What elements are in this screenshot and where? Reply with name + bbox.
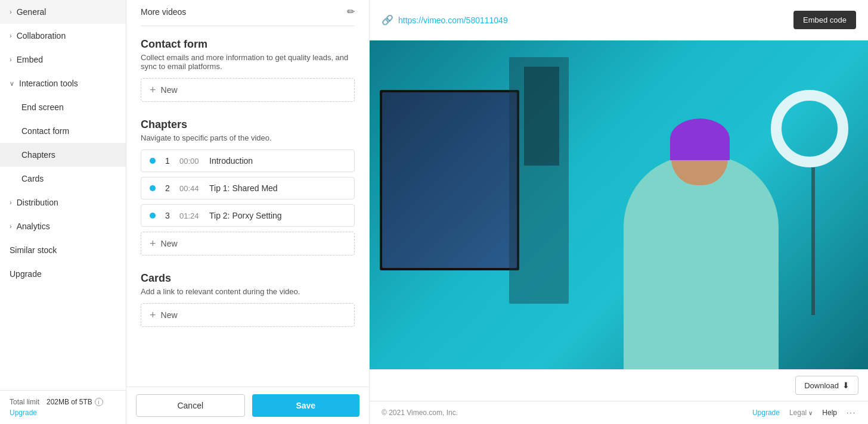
person-shirt (624, 155, 779, 369)
sidebar: › General › Collaboration › Embed ∨ Inte… (0, 0, 126, 424)
monitor-screen (382, 92, 517, 269)
info-icon[interactable]: i (95, 398, 103, 406)
contact-form-title: Contact form (141, 38, 355, 51)
legal-dropdown[interactable]: Legal ∨ (789, 409, 813, 417)
video-url-link[interactable]: https://vimeo.com/580111049 (398, 15, 508, 25)
plus-icon: + (150, 85, 156, 95)
sidebar-item-collaboration[interactable]: › Collaboration (0, 24, 126, 48)
sidebar-item-label: Embed (17, 55, 43, 64)
more-videos-label: More videos (141, 7, 186, 17)
more-videos-row: More videos ✏ (141, 0, 355, 26)
add-contact-form-button[interactable]: + New (141, 78, 355, 102)
chevron-right-icon: › (10, 223, 12, 230)
sidebar-item-general[interactable]: › General (0, 0, 126, 24)
chapter-dot-icon (150, 158, 156, 164)
chevron-right-icon: › (10, 56, 12, 63)
chapter-time: 00:00 (179, 157, 202, 166)
add-card-label: New (161, 310, 178, 320)
shelf-item (524, 67, 559, 166)
middle-scroll-area: More videos ✏ Contact form Collect email… (126, 0, 369, 386)
middle-panel: More videos ✏ Contact form Collect email… (126, 0, 370, 424)
copyright-text: © 2021 Vimeo.com, Inc. (382, 409, 458, 417)
sidebar-item-contact-form[interactable]: Contact form (0, 119, 126, 143)
chapter-name: Introduction (209, 156, 346, 166)
chapter-item-1[interactable]: 1 00:00 Introduction (141, 149, 355, 172)
chapter-num: 1 (163, 156, 172, 166)
url-left: 🔗 https://vimeo.com/580111049 (382, 14, 508, 26)
edit-icon[interactable]: ✏ (347, 6, 355, 17)
sidebar-item-label: Contact form (21, 126, 69, 136)
chapters-title: Chapters (141, 119, 355, 131)
plus-icon: + (150, 310, 156, 320)
chapter-dot-icon (150, 213, 156, 219)
total-limit-label: Total limit (10, 398, 39, 406)
sidebar-item-distribution[interactable]: › Distribution (0, 191, 126, 214)
chapter-item-3[interactable]: 3 01:24 Tip 2: Porxy Setting (141, 204, 355, 227)
sidebar-item-chapters[interactable]: Chapters (0, 143, 126, 167)
sidebar-item-label: Distribution (17, 198, 58, 207)
upgrade-footer-link[interactable]: Upgrade (752, 409, 780, 417)
right-panel: 🔗 https://vimeo.com/580111049 Embed code (370, 0, 868, 424)
sidebar-item-embed[interactable]: › Embed (0, 48, 126, 71)
sidebar-item-analytics[interactable]: › Analytics (0, 214, 126, 238)
chevron-down-icon: ∨ (808, 410, 813, 416)
link-icon: 🔗 (382, 14, 393, 26)
right-footer: © 2021 Vimeo.com, Inc. Upgrade Legal ∨ H… (370, 401, 868, 424)
chapter-time: 00:44 (179, 184, 202, 193)
sidebar-item-end-screen[interactable]: End screen (0, 95, 126, 119)
cards-description: Add a link to relevant content during th… (141, 287, 355, 296)
chevron-right-icon: › (10, 8, 12, 15)
help-footer-link[interactable]: Help (822, 409, 837, 417)
chapter-dot-icon (150, 185, 156, 191)
add-chapter-label: New (161, 239, 178, 248)
monitor-prop (380, 90, 519, 271)
chapter-num: 2 (163, 183, 172, 193)
chapters-section: Chapters Navigate to specific parts of t… (141, 119, 355, 255)
download-label: Download (804, 381, 839, 390)
sidebar-item-cards[interactable]: Cards (0, 167, 126, 191)
chapter-name: Tip 1: Shared Med (209, 183, 346, 193)
download-button[interactable]: Download ⬇ (795, 376, 858, 395)
middle-footer: Cancel Save (126, 386, 369, 424)
add-contact-form-label: New (161, 85, 178, 95)
chevron-down-icon: ∨ (10, 80, 14, 88)
chevron-right-icon: › (10, 199, 12, 206)
sidebar-item-label: Analytics (17, 222, 50, 231)
save-button[interactable]: Save (252, 394, 360, 417)
chevron-right-icon: › (10, 32, 12, 39)
video-url-bar: 🔗 https://vimeo.com/580111049 Embed code (370, 0, 868, 40)
more-options-icon[interactable]: ··· (847, 409, 856, 417)
sidebar-item-label: General (17, 7, 46, 17)
sidebar-item-label: Chapters (21, 150, 55, 160)
sidebar-item-label: End screen (21, 102, 64, 112)
sidebar-item-similar-stock[interactable]: Similar stock (0, 238, 126, 262)
video-bottom-bar: Download ⬇ (370, 369, 868, 401)
add-chapter-button[interactable]: + New (141, 232, 355, 255)
contact-form-description: Collect emails and more information to g… (141, 53, 355, 71)
contact-form-section: Contact form Collect emails and more inf… (141, 38, 355, 102)
video-background (370, 40, 868, 369)
embed-code-button[interactable]: Embed code (793, 11, 856, 29)
sidebar-item-label: Upgrade (10, 269, 42, 279)
cancel-button[interactable]: Cancel (136, 394, 245, 417)
ring-light-prop (771, 90, 848, 167)
video-preview (370, 40, 868, 369)
storage-used: 202MB of 5TB (46, 398, 92, 406)
legal-label: Legal (789, 409, 807, 417)
sidebar-item-label: Similar stock (10, 245, 57, 255)
chapters-description: Navigate to specific parts of the video. (141, 133, 355, 142)
sidebar-item-upgrade[interactable]: Upgrade (0, 262, 126, 286)
chapter-item-2[interactable]: 2 00:44 Tip 1: Shared Med (141, 177, 355, 199)
cards-section: Cards Add a link to relevant content dur… (141, 272, 355, 327)
plus-icon: + (150, 238, 156, 249)
add-card-button[interactable]: + New (141, 303, 355, 327)
person-hair (670, 119, 730, 160)
sidebar-item-interaction-tools[interactable]: ∨ Interaction tools (0, 71, 126, 95)
download-icon: ⬇ (842, 381, 850, 390)
ring-light-stand (811, 167, 815, 315)
sidebar-item-label: Cards (21, 174, 44, 183)
chapter-num: 3 (163, 211, 172, 220)
sidebar-item-label: Collaboration (17, 31, 66, 40)
upgrade-link[interactable]: Upgrade (10, 409, 116, 417)
footer-links: Upgrade Legal ∨ Help ··· (752, 409, 856, 417)
